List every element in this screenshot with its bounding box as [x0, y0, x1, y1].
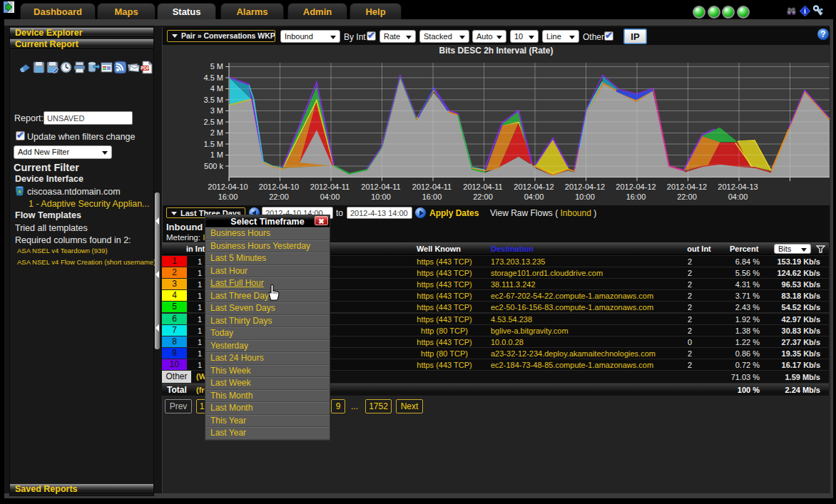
svg-text:22:00: 22:00 [269, 192, 289, 201]
svg-text:04:00: 04:00 [728, 192, 748, 201]
svg-text:5 M: 5 M [210, 62, 223, 71]
svg-text:2012-04-10: 2012-04-10 [208, 182, 248, 191]
svg-text:16:00: 16:00 [626, 192, 646, 201]
svg-text:2012-04-13: 2012-04-13 [718, 182, 758, 191]
svg-text:2012-04-12: 2012-04-12 [616, 182, 656, 191]
svg-text:2012-04-11: 2012-04-11 [463, 182, 502, 191]
svg-text:2012-04-10: 2012-04-10 [259, 182, 299, 191]
svg-text:16:00: 16:00 [218, 192, 238, 201]
svg-text:500 k: 500 k [204, 162, 223, 170]
svg-text:2012-04-11: 2012-04-11 [412, 182, 452, 191]
svg-text:1 M: 1 M [210, 150, 223, 159]
svg-text:04:00: 04:00 [320, 192, 340, 201]
svg-text:22:00: 22:00 [473, 192, 493, 201]
svg-text:2012-04-11: 2012-04-11 [361, 182, 400, 191]
svg-text:10:00: 10:00 [371, 192, 391, 201]
svg-text:1.5 M: 1.5 M [203, 140, 223, 148]
svg-text:2012-04-12: 2012-04-12 [667, 182, 707, 191]
svg-text:PDF: PDF [141, 66, 150, 71]
svg-text:4 M: 4 M [210, 84, 223, 93]
svg-text:22:00: 22:00 [677, 192, 697, 201]
svg-text:3 M: 3 M [210, 106, 223, 115]
svg-text:4.5 M: 4.5 M [203, 73, 223, 82]
svg-text:16:00: 16:00 [422, 192, 442, 201]
svg-text:04:00: 04:00 [524, 192, 544, 201]
svg-text:2.5 M: 2.5 M [203, 118, 223, 126]
svg-text:2 M: 2 M [210, 128, 223, 137]
svg-text:i: i [804, 7, 806, 15]
svg-text:2012-04-12: 2012-04-12 [514, 182, 554, 191]
svg-text:2012-04-11: 2012-04-11 [310, 182, 350, 191]
svg-text:3.5 M: 3.5 M [203, 96, 223, 104]
svg-text:2012-04-12: 2012-04-12 [565, 182, 605, 191]
svg-text:10:00: 10:00 [575, 192, 595, 201]
